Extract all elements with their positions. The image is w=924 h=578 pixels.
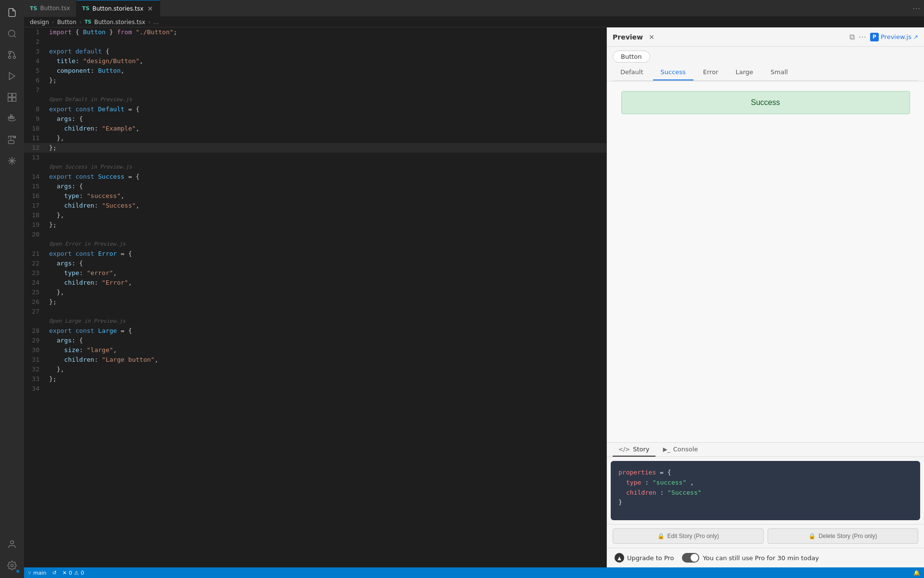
line-content-27 xyxy=(47,307,606,316)
breadcrumb-file[interactable]: Button.stories.tsx xyxy=(94,19,145,26)
code-line-8-hint: Open Default in Preview.js xyxy=(24,95,606,105)
error-status[interactable]: ✕ 0 ⚠ 0 xyxy=(63,570,84,576)
line-num-21h xyxy=(24,239,47,249)
tab-error[interactable]: Error xyxy=(695,65,726,80)
notification-icon[interactable]: 🔔 xyxy=(913,570,920,576)
code-line-16: 16 type: "success", xyxy=(24,191,606,201)
branch-status[interactable]: ⑂ main xyxy=(28,570,46,576)
sync-status[interactable]: ↺ xyxy=(52,570,56,576)
story-code-equals: = { xyxy=(660,469,671,476)
tab-more-button[interactable]: ⋯ xyxy=(909,4,924,13)
snowflake-icon[interactable] xyxy=(3,152,21,170)
activity-bar-bottom xyxy=(3,536,21,574)
test-icon[interactable] xyxy=(3,131,21,148)
svg-rect-13 xyxy=(13,117,14,118)
code-line-20: 20 xyxy=(24,230,606,239)
console-icon: ▶_ xyxy=(663,446,670,453)
code-line-34: 34 xyxy=(24,384,606,394)
code-line-9: 9 args: { xyxy=(24,114,606,124)
line-content-6: }; xyxy=(47,76,606,85)
code-line-23: 23 type: "error", xyxy=(24,268,606,278)
story-code-line-2: type : "success" , xyxy=(618,478,912,488)
line-num-24: 24 xyxy=(24,278,47,288)
split-editor-icon[interactable]: ⧉ xyxy=(849,32,855,41)
tab-small[interactable]: Small xyxy=(763,65,796,80)
line-content-2 xyxy=(47,37,606,47)
settings-icon[interactable] xyxy=(3,557,21,574)
code-editor[interactable]: 1 import { Button } from "./Button"; 2 3… xyxy=(24,27,606,567)
story-code-icon: </> xyxy=(618,446,630,453)
tab-large[interactable]: Large xyxy=(728,65,761,80)
edit-lock-icon: 🔒 xyxy=(657,533,665,539)
line-num-25: 25 xyxy=(24,288,47,297)
pro-timer: You can still use Pro for 30 min today xyxy=(682,553,819,563)
line-num-5: 5 xyxy=(24,66,47,76)
previewjs-badge[interactable]: P Preview.js ↗ xyxy=(870,33,918,41)
preview-more-icon[interactable]: ⋯ xyxy=(859,32,866,41)
svg-rect-11 xyxy=(9,117,10,118)
line-num-8h xyxy=(24,95,47,105)
line-num-17: 17 xyxy=(24,201,47,210)
line-content-7 xyxy=(47,85,606,95)
line-num-26: 26 xyxy=(24,297,47,307)
extensions-icon[interactable] xyxy=(3,89,21,106)
run-icon[interactable] xyxy=(3,67,21,85)
success-button-preview[interactable]: Success xyxy=(621,91,910,114)
breadcrumb-sep-3: › xyxy=(148,19,151,26)
tab-default[interactable]: Default xyxy=(613,65,651,80)
breadcrumb-button[interactable]: Button xyxy=(57,19,77,26)
pro-timer-toggle[interactable] xyxy=(682,553,699,563)
upgrade-icon: ▲ xyxy=(615,553,624,563)
code-line-24: 24 children: "Error", xyxy=(24,278,606,288)
svg-rect-14 xyxy=(11,115,12,117)
files-icon[interactable] xyxy=(3,4,21,21)
bottom-actions: 🔒 Edit Story (Pro only) 🔒 Delete Story (… xyxy=(607,524,924,548)
story-prop-type: type xyxy=(626,479,641,486)
breadcrumb-sep-1: › xyxy=(52,19,54,26)
line-num-21: 21 xyxy=(24,249,47,259)
warning-icon: ⚠ xyxy=(74,570,79,576)
account-icon[interactable] xyxy=(3,536,21,553)
story-val-success: "success" xyxy=(653,479,686,486)
tab-close-button[interactable]: ✕ xyxy=(146,5,154,13)
upgrade-to-pro-button[interactable]: ▲ Upgrade to Pro xyxy=(615,553,674,563)
source-control-icon[interactable] xyxy=(3,46,21,64)
tab-button-stories-tsx[interactable]: TS Button.stories.tsx ✕ xyxy=(77,0,161,17)
svg-point-20 xyxy=(11,565,13,567)
search-icon[interactable] xyxy=(3,25,21,42)
line-content-28: export const Large = { xyxy=(47,326,606,336)
line-num-18: 18 xyxy=(24,210,47,220)
preview-close-button[interactable]: ✕ xyxy=(647,32,656,42)
tab-success[interactable]: Success xyxy=(653,65,693,80)
line-num-23: 23 xyxy=(24,268,47,278)
code-line-11: 11 }, xyxy=(24,133,606,143)
tab-button-tsx[interactable]: TS Button.tsx xyxy=(24,0,77,17)
line-content-34 xyxy=(47,384,606,394)
edit-story-button[interactable]: 🔒 Edit Story (Pro only) xyxy=(613,528,764,544)
code-line-14: 14 export const Success = { xyxy=(24,172,606,182)
code-line-4: 4 title: "design/Button", xyxy=(24,56,606,66)
story-prop-children: children xyxy=(626,489,656,496)
story-colon-1: : xyxy=(645,479,653,486)
tab-bar: TS Button.tsx TS Button.stories.tsx ✕ ⋯ xyxy=(24,0,924,17)
breadcrumb-design[interactable]: design xyxy=(30,19,49,26)
docker-icon[interactable] xyxy=(3,110,21,127)
delete-story-button[interactable]: 🔒 Delete Story (Pro only) xyxy=(768,528,919,544)
line-content-16: type: "success", xyxy=(47,191,606,201)
line-content-15: args: { xyxy=(47,182,606,191)
breadcrumb-ellipsis[interactable]: ... xyxy=(154,19,159,26)
breadcrumb-sep-2: › xyxy=(79,19,82,26)
line-content-24: children: "Error", xyxy=(47,278,606,288)
svg-rect-9 xyxy=(8,98,12,102)
component-pill[interactable]: Button xyxy=(613,51,650,63)
story-tab[interactable]: </> Story xyxy=(613,443,655,457)
upgrade-label: Upgrade to Pro xyxy=(627,554,674,562)
console-tab[interactable]: ▶_ Console xyxy=(657,443,704,457)
code-line-28: 28 export const Large = { xyxy=(24,326,606,336)
code-line-19: 19 }; xyxy=(24,220,606,230)
warning-count: 0 xyxy=(81,570,84,576)
code-line-22: 22 args: { xyxy=(24,259,606,268)
story-console-tabs: </> Story ▶_ Console xyxy=(607,443,924,457)
story-tab-label: Story xyxy=(633,446,649,453)
content-area: 1 import { Button } from "./Button"; 2 3… xyxy=(24,27,924,567)
